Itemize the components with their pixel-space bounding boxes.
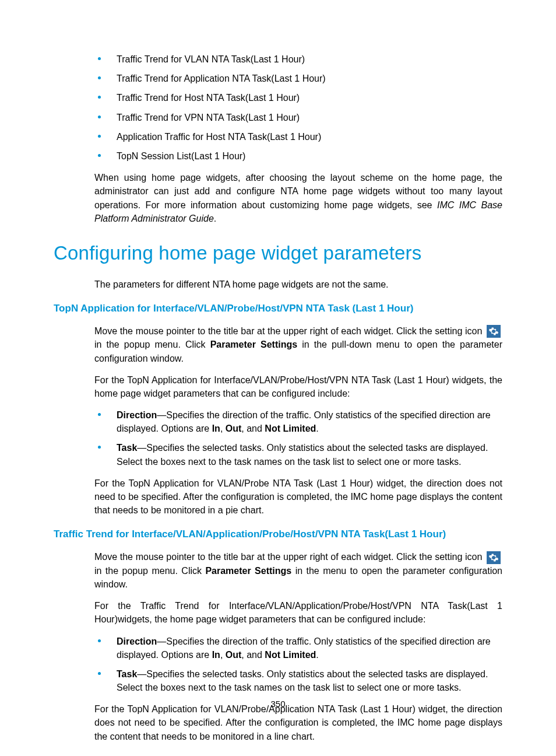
list-item: Application Traffic for Host NTA Task(La… [94,130,502,144]
subsection-heading-1: TopN Application for Interface/VLAN/Prob… [54,302,502,316]
sub2-paragraph-2: For the Traffic Trend for Interface/VLAN… [94,599,502,626]
text: Move the mouse pointer to the title bar … [94,326,485,336]
list-item: TopN Session List(Last 1 Hour) [94,149,502,163]
text: , and [241,650,265,660]
option-not-limited: Not Limited [265,424,316,433]
list-item-text: Traffic Trend for Application NTA Task(L… [117,74,326,83]
section-intro: The parameters for different NTA home pa… [94,278,502,291]
list-item-text: Traffic Trend for VPN NTA Task(Last 1 Ho… [117,113,300,123]
page-content: Traffic Trend for VLAN NTA Task(Last 1 H… [0,0,556,743]
option-out: Out [226,424,242,433]
list-item: Traffic Trend for Host NTA Task(Last 1 H… [94,91,502,104]
subsection-1-body: Move the mouse pointer to the title bar … [94,324,502,517]
gear-icon [487,551,501,564]
text: , [220,650,226,660]
sub1-paragraph-3: For the TopN Application for VLAN/Probe … [94,477,502,517]
option-in: In [212,424,220,433]
sub2-param-list: Direction—Specifies the direction of the… [94,635,502,695]
text: . [316,650,318,660]
sub1-param-list: Direction—Specifies the direction of the… [94,408,502,468]
list-item-text: TopN Session List(Last 1 Hour) [117,151,245,161]
list-item: Task—Specifies the selected tasks. Only … [94,441,502,468]
param-label: Direction [117,410,157,420]
text: —Specifies the selected tasks. Only stat… [117,443,488,466]
list-item: Task—Specifies the selected tasks. Only … [94,667,502,694]
text: , and [241,424,265,433]
subsection-2-body: Move the mouse pointer to the title bar … [94,550,502,743]
option-in: In [212,650,220,660]
list-item: Traffic Trend for VLAN NTA Task(Last 1 H… [94,52,502,66]
text: in the popup menu. Click [94,566,205,576]
option-not-limited: Not Limited [265,650,316,660]
text: , [220,424,226,433]
text: Move the mouse pointer to the title bar … [94,552,485,562]
list-item-text: Application Traffic for Host NTA Task(La… [117,132,321,142]
bold-text: Parameter Settings [205,566,291,576]
param-label: Task [117,669,137,679]
list-item: Direction—Specifies the direction of the… [94,635,502,662]
section-intro-block: The parameters for different NTA home pa… [94,278,502,291]
sub2-paragraph-1: Move the mouse pointer to the title bar … [94,550,502,591]
sub1-paragraph-1: Move the mouse pointer to the title bar … [94,324,502,365]
option-out: Out [226,650,242,660]
list-item-text: Traffic Trend for Host NTA Task(Last 1 H… [117,93,300,103]
param-label: Direction [117,636,157,646]
text: —Specifies the selected tasks. Only stat… [117,669,488,692]
list-item: Traffic Trend for VPN NTA Task(Last 1 Ho… [94,111,502,124]
sub1-paragraph-2: For the TopN Application for Interface/V… [94,373,502,400]
page-number: 350 [0,698,556,710]
text: . [316,424,318,433]
subsection-heading-2: Traffic Trend for Interface/VLAN/Applica… [54,527,502,542]
top-bullet-block: Traffic Trend for VLAN NTA Task(Last 1 H… [94,52,502,225]
top-bullet-list: Traffic Trend for VLAN NTA Task(Last 1 H… [94,52,502,163]
bold-text: Parameter Settings [210,340,297,349]
list-item: Direction—Specifies the direction of the… [94,408,502,435]
list-item: Traffic Trend for Application NTA Task(L… [94,72,502,85]
gear-icon [487,325,501,338]
list-item-text: Traffic Trend for VLAN NTA Task(Last 1 H… [117,54,305,64]
text: in the popup menu. Click [94,340,210,349]
param-label: Task [117,443,137,453]
intro-paragraph: When using home page widgets, after choo… [94,171,502,225]
intro-end: . [214,214,216,223]
section-heading: Configuring home page widget parameters [54,239,502,267]
